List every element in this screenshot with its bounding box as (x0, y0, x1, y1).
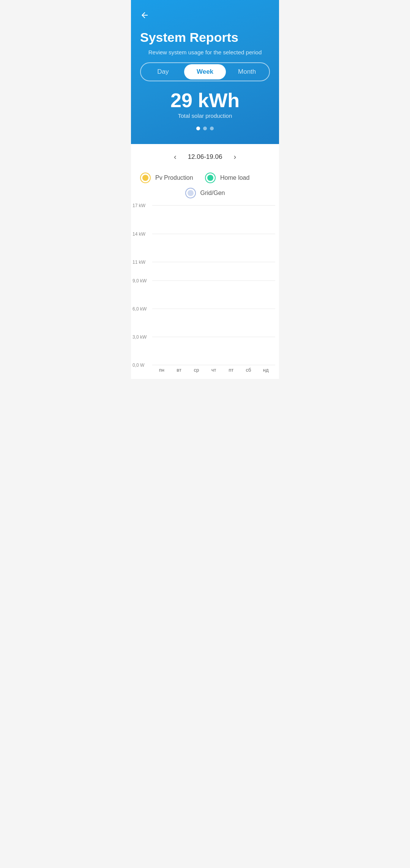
y-axis-label: 6,0 kW (132, 306, 147, 312)
x-axis-label: пт (223, 367, 239, 373)
legend-grid: Grid/Gen (140, 188, 270, 198)
total-value: 29 kWh (140, 90, 270, 110)
page-title: System Reports (140, 30, 270, 44)
x-labels: пнвтсрчтптсбнд (152, 367, 275, 379)
back-button[interactable] (140, 8, 149, 23)
chart-grid: 17 kW14 kW11 kW9,0 kW6,0 kW3,0 kW0,0 W (152, 205, 275, 365)
date-nav: ‹ 12.06-19.06 › (131, 144, 279, 166)
y-axis-label: 0,0 W (132, 363, 144, 368)
y-axis-label: 17 kW (132, 203, 145, 208)
legend-home: Home load (205, 173, 270, 183)
tab-day[interactable]: Day (142, 64, 184, 79)
grid-label: Grid/Gen (200, 190, 225, 196)
grid-radio[interactable] (185, 188, 196, 198)
date-range: 12.06-19.06 (188, 153, 222, 161)
y-axis-label: 3,0 kW (132, 334, 147, 340)
tab-month[interactable]: Month (226, 64, 268, 79)
dot-1 (196, 127, 200, 130)
total-label: Total solar production (140, 112, 270, 119)
header: System Reports Review system usage for t… (131, 0, 279, 144)
y-axis-label: 14 kW (132, 231, 145, 237)
home-label: Home load (220, 174, 249, 181)
page-dots (140, 127, 270, 130)
dot-2 (203, 127, 207, 130)
x-axis-label: сб (241, 367, 257, 373)
chart-area: 17 kW14 kW11 kW9,0 kW6,0 kW3,0 kW0,0 W п… (131, 201, 279, 379)
x-axis-label: нд (258, 367, 274, 373)
legend: Pv Production Home load Grid/Gen (131, 166, 279, 201)
home-radio[interactable] (205, 173, 216, 183)
y-axis-label: 11 kW (132, 260, 145, 265)
period-tabs: Day Week Month (140, 62, 270, 81)
dot-3 (210, 127, 214, 130)
x-axis-label: пн (154, 367, 170, 373)
bars-container (152, 205, 275, 365)
tab-week[interactable]: Week (184, 64, 226, 79)
pv-label: Pv Production (155, 174, 193, 181)
prev-date-button[interactable]: ‹ (170, 151, 180, 163)
legend-pv: Pv Production (140, 173, 205, 183)
y-axis-label: 9,0 kW (132, 278, 147, 284)
x-axis-label: вт (171, 367, 187, 373)
x-axis-label: чт (206, 367, 222, 373)
subtitle: Review system usage for the selected per… (140, 49, 270, 55)
next-date-button[interactable]: › (230, 151, 240, 163)
pv-radio[interactable] (140, 173, 151, 183)
content: ‹ 12.06-19.06 › Pv Production Home load (131, 144, 279, 379)
x-axis-label: ср (188, 367, 204, 373)
